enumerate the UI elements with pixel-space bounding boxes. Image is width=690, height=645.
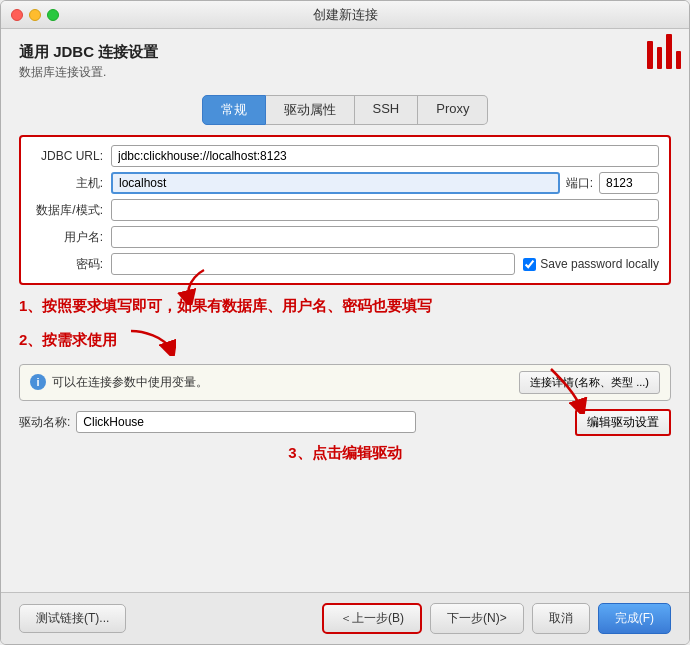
stripe-bar-3: [666, 34, 672, 69]
details-button[interactable]: 连接详情(名称、类型 ...): [519, 371, 660, 394]
arrow2-svg: [126, 326, 176, 356]
save-password-label[interactable]: Save password locally: [523, 257, 659, 271]
edit-driver-container: 编辑驱动设置: [575, 409, 671, 436]
content-area: JDBC URL: 主机: 端口: 数据库/模式: 用户名:: [1, 125, 689, 592]
host-row: 主机: 端口:: [31, 172, 659, 194]
maximize-button[interactable]: [47, 9, 59, 21]
password-input[interactable]: [111, 253, 515, 275]
traffic-lights: [11, 9, 59, 21]
step2-annotation-container: 2、按需求使用: [19, 326, 671, 356]
user-label: 用户名:: [31, 229, 111, 246]
stripe-bar-1: [647, 41, 653, 69]
save-password-checkbox[interactable]: [523, 258, 536, 271]
footer-right: ＜上一步(B) 下一步(N)> 取消 完成(F): [322, 603, 671, 634]
cancel-button[interactable]: 取消: [532, 603, 590, 634]
next-button[interactable]: 下一步(N)>: [430, 603, 524, 634]
password-label: 密码:: [31, 256, 111, 273]
db-row: 数据库/模式:: [31, 199, 659, 221]
port-label: 端口:: [566, 175, 593, 192]
db-label: 数据库/模式:: [31, 202, 111, 219]
step2-text: 2、按需求使用: [19, 326, 671, 356]
step3-text: 3、点击编辑驱动: [19, 444, 671, 463]
titlebar: 创建新连接: [1, 1, 689, 29]
tab-general[interactable]: 常规: [202, 95, 266, 125]
prev-button[interactable]: ＜上一步(B): [322, 603, 422, 634]
stripe-decoration: [639, 29, 689, 77]
finish-button[interactable]: 完成(F): [598, 603, 671, 634]
jdbc-url-row: JDBC URL:: [31, 145, 659, 167]
driver-left: 驱动名称:: [19, 411, 416, 433]
header-title: 通用 JDBC 连接设置: [19, 43, 671, 62]
driver-row: 驱动名称: 编辑驱动设置: [19, 409, 671, 436]
tab-ssh[interactable]: SSH: [355, 95, 419, 125]
driver-label: 驱动名称:: [19, 414, 70, 431]
header-subtitle: 数据库连接设置.: [19, 64, 671, 81]
info-icon: i: [30, 374, 46, 390]
connection-form-box: JDBC URL: 主机: 端口: 数据库/模式: 用户名:: [19, 135, 671, 285]
info-bar: i 可以在连接参数中使用变量。 连接详情(名称、类型 ...): [19, 364, 671, 401]
password-row: 密码: Save password locally: [31, 253, 659, 275]
info-bar-text: 可以在连接参数中使用变量。: [52, 374, 208, 391]
stripe-bar-2: [657, 47, 663, 69]
port-input[interactable]: [599, 172, 659, 194]
close-button[interactable]: [11, 9, 23, 21]
step1-annotation-container: 1、按照要求填写即可，如果有数据库、用户名、密码也要填写: [19, 295, 671, 318]
edit-driver-button[interactable]: 编辑驱动设置: [575, 409, 671, 436]
tab-proxy[interactable]: Proxy: [418, 95, 488, 125]
driver-name-input[interactable]: [76, 411, 416, 433]
user-row: 用户名:: [31, 226, 659, 248]
info-bar-left: i 可以在连接参数中使用变量。: [30, 374, 208, 391]
test-connection-button[interactable]: 测试链接(T)...: [19, 604, 126, 633]
main-window: 创建新连接 通用 JDBC 连接设置 数据库连接设置. 常规 驱动属性 SSH …: [0, 0, 690, 645]
stripe-bar-4: [676, 51, 682, 69]
db-input[interactable]: [111, 199, 659, 221]
header-section: 通用 JDBC 连接设置 数据库连接设置.: [1, 29, 689, 89]
host-label: 主机:: [31, 175, 111, 192]
tab-driver-props[interactable]: 驱动属性: [266, 95, 355, 125]
jdbc-url-input[interactable]: [111, 145, 659, 167]
host-input[interactable]: [111, 172, 560, 194]
jdbc-url-label: JDBC URL:: [31, 149, 111, 163]
step1-text: 1、按照要求填写即可，如果有数据库、用户名、密码也要填写: [19, 295, 671, 318]
window-title: 创建新连接: [313, 6, 378, 24]
footer: 测试链接(T)... ＜上一步(B) 下一步(N)> 取消 完成(F): [1, 592, 689, 644]
minimize-button[interactable]: [29, 9, 41, 21]
user-input[interactable]: [111, 226, 659, 248]
tabs-bar: 常规 驱动属性 SSH Proxy: [1, 89, 689, 125]
footer-left: 测试链接(T)...: [19, 604, 126, 633]
